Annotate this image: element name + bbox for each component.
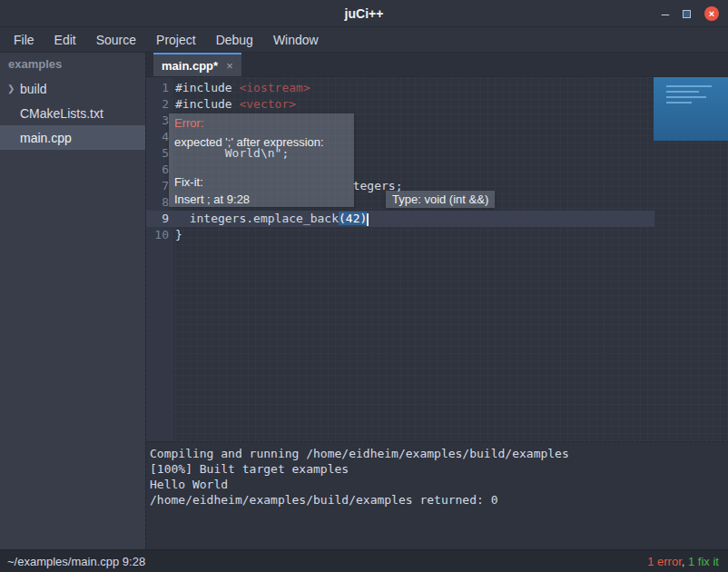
build-terminal[interactable]: Compiling and running /home/eidheim/exam… (146, 441, 728, 549)
code-line[interactable]: 3 (146, 113, 728, 129)
code-line-current[interactable]: 9 integers.emplace_back(42) (146, 211, 654, 227)
terminal-line: Compiling and running /home/eidheim/exam… (150, 446, 728, 461)
terminal-line: /home/eidheim/examples/build/examples re… (150, 492, 728, 508)
tab-close-icon[interactable]: × (226, 59, 233, 73)
code-text: #include <iostream> (169, 80, 310, 96)
diagnostics-summary: 1 error, 1 fix it (647, 555, 719, 568)
maximize-button[interactable] (683, 10, 691, 18)
terminal-line: Hello World (150, 477, 728, 492)
code-line[interactable]: 10 } (146, 227, 728, 243)
code-text (169, 113, 175, 129)
bracket-selection: (42) (339, 212, 367, 225)
code-text: } (169, 227, 182, 243)
line-number: 1 (146, 80, 169, 96)
menu-debug[interactable]: Debug (206, 27, 263, 53)
line-number: 5 (146, 145, 169, 162)
code-text: World\n"; (169, 145, 289, 162)
close-button[interactable]: × (704, 6, 719, 21)
minimap-line (666, 85, 712, 87)
tree-item-build[interactable]: ❯ build (0, 76, 145, 101)
code-text: #include <vector> (169, 96, 296, 113)
jucipp-window: juCi++ – × File Edit Source Project Debu… (0, 0, 728, 572)
tree-item-label: CMakeLists.txt (20, 106, 103, 121)
window-title: juCi++ (0, 0, 728, 27)
text-cursor (367, 213, 369, 226)
tree-item-label: main.cpp (20, 131, 72, 145)
code-line[interactable]: 4 (146, 129, 728, 145)
minimize-button[interactable]: – (662, 0, 669, 27)
fixit-count: 1 fix it (688, 555, 719, 568)
menu-project[interactable]: Project (146, 27, 206, 53)
menu-source[interactable]: Source (86, 27, 146, 53)
tab-main-cpp[interactable]: main.cpp* × (153, 53, 241, 76)
project-name-header: examples (0, 53, 145, 76)
cursor-location: ~/examples/main.cpp 9:28 (7, 555, 145, 568)
file-tree-panel: examples ❯ build CMakeLists.txt main.cpp (0, 53, 145, 549)
line-number: 7 (146, 178, 169, 194)
code-line[interactable]: 5 World\n"; (146, 145, 728, 162)
menu-file[interactable]: File (4, 27, 44, 53)
code-text (169, 194, 175, 211)
chevron-right-icon[interactable]: ❯ (7, 84, 20, 94)
menu-edit[interactable]: Edit (44, 27, 86, 53)
error-count: 1 error (647, 555, 682, 568)
status-bar: ~/examples/main.cpp 9:28 1 error, 1 fix … (0, 549, 728, 572)
menu-bar: File Edit Source Project Debug Window (0, 27, 728, 53)
code-text (169, 162, 175, 178)
title-bar: juCi++ – × (0, 0, 728, 27)
minimap-line (666, 102, 692, 104)
tree-item-main-cpp[interactable]: main.cpp (0, 125, 145, 150)
code-text: tegers; (169, 178, 402, 194)
line-number: 8 (146, 194, 169, 211)
tree-item-label: build (20, 82, 47, 96)
code-line[interactable]: 6 (146, 162, 728, 178)
line-number: 2 (146, 96, 169, 113)
line-number: 10 (146, 227, 169, 243)
line-number: 6 (146, 162, 169, 178)
line-number: 9 (146, 211, 169, 227)
window-controls: – × (662, 0, 719, 27)
code-line[interactable]: 1 #include <iostream> (146, 80, 728, 96)
main-panel: main.cpp* × Error: expected ';' after ex… (145, 53, 728, 549)
menu-window[interactable]: Window (263, 27, 329, 53)
code-line[interactable]: 8 (146, 194, 728, 211)
code-editor[interactable]: Error: expected ';' after expression: Fi… (146, 77, 728, 441)
code-lines: 1 #include <iostream> 2 #include <vector… (146, 80, 728, 243)
code-line[interactable]: 2 #include <vector> (146, 96, 728, 113)
minimap-line (666, 96, 706, 98)
code-line[interactable]: 7 tegers; (146, 178, 728, 194)
line-number: 4 (146, 129, 169, 145)
overview-minimap[interactable] (654, 77, 728, 141)
tab-label: main.cpp* (162, 59, 218, 73)
tree-item-cmakelists[interactable]: CMakeLists.txt (0, 101, 145, 125)
tab-bar: main.cpp* × (146, 53, 728, 77)
minimap-line (666, 91, 699, 93)
terminal-line: [100%] Built target examples (150, 461, 728, 477)
code-text: integers.emplace_back(42) (169, 211, 369, 227)
separator: , (682, 555, 688, 568)
code-text (169, 129, 175, 145)
line-number: 3 (146, 113, 169, 129)
